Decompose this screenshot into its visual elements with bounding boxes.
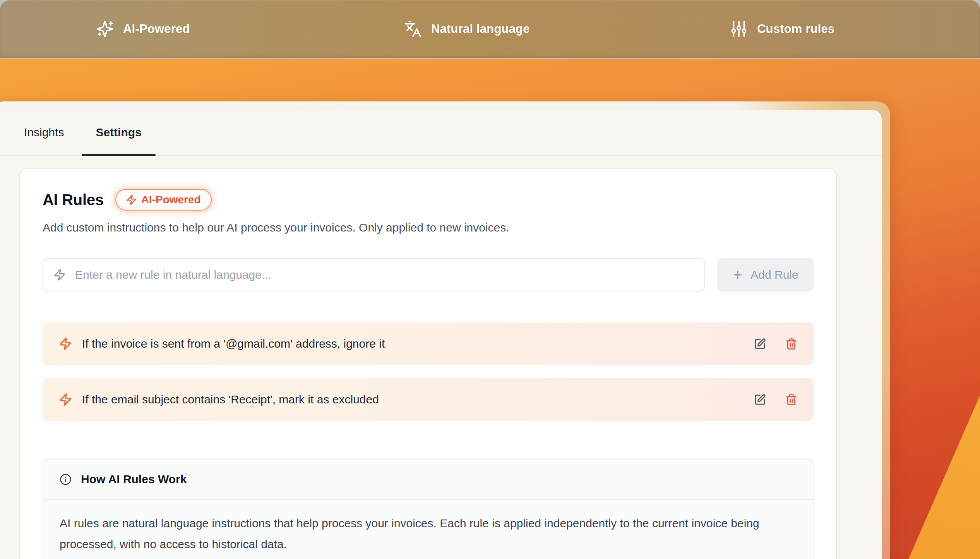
feature-bar: AI-Powered Natural language Custom rules bbox=[0, 0, 980, 58]
delete-rule-button[interactable] bbox=[785, 338, 797, 350]
wallpaper-wedge bbox=[879, 377, 980, 559]
add-rule-button[interactable]: Add Rule bbox=[717, 258, 814, 292]
ai-rules-card: AI Rules AI-Powered Add custom instructi… bbox=[19, 168, 837, 559]
card-description: Add custom instructions to help our AI p… bbox=[43, 221, 814, 234]
rule-row: If the invoice is sent from a '@gmail.co… bbox=[43, 322, 814, 365]
add-rule-label: Add Rule bbox=[750, 268, 798, 281]
new-rule-input[interactable]: Enter a new rule in natural language... bbox=[43, 258, 705, 292]
feature-label: AI-Powered bbox=[123, 22, 190, 36]
badge-label: AI-Powered bbox=[141, 194, 201, 206]
rule-text: If the email subject contains 'Receipt',… bbox=[82, 393, 379, 406]
card-title: AI Rules bbox=[43, 191, 104, 209]
rule-actions bbox=[754, 338, 797, 350]
rule-text: If the invoice is sent from a '@gmail.co… bbox=[82, 337, 385, 350]
delete-rule-button[interactable] bbox=[785, 394, 797, 406]
ai-powered-badge: AI-Powered bbox=[115, 189, 212, 211]
rule-row: If the email subject contains 'Receipt',… bbox=[43, 378, 814, 421]
edit-rule-button[interactable] bbox=[754, 394, 766, 406]
feature-custom-rules: Custom rules bbox=[730, 0, 835, 58]
rule-actions bbox=[754, 394, 797, 406]
feature-natural-language: Natural language bbox=[404, 0, 530, 58]
info-body: AI rules are natural language instructio… bbox=[43, 500, 810, 559]
bolt-icon bbox=[126, 195, 137, 205]
feature-ai-powered: AI-Powered bbox=[96, 0, 190, 58]
info-title: How AI Rules Work bbox=[81, 473, 187, 486]
input-placeholder: Enter a new rule in natural language... bbox=[75, 268, 271, 281]
how-rules-work-box: How AI Rules Work AI rules are natural l… bbox=[43, 459, 814, 559]
bolt-icon bbox=[59, 393, 72, 406]
rule-input-row: Enter a new rule in natural language... … bbox=[43, 258, 814, 292]
tab-bar: Insights Settings bbox=[0, 110, 882, 156]
edit-icon bbox=[754, 394, 766, 406]
trash-icon bbox=[785, 394, 797, 406]
info-header: How AI Rules Work bbox=[43, 460, 813, 500]
bolt-icon bbox=[53, 269, 66, 281]
edit-icon bbox=[754, 338, 766, 350]
trash-icon bbox=[785, 338, 797, 350]
info-icon bbox=[60, 473, 72, 485]
sparkles-icon bbox=[96, 20, 114, 38]
card-title-row: AI Rules AI-Powered bbox=[43, 189, 814, 211]
tab-insights[interactable]: Insights bbox=[10, 110, 78, 155]
tab-settings[interactable]: Settings bbox=[82, 110, 155, 155]
screen: AI-Powered Natural language Custom rules… bbox=[0, 0, 980, 559]
plus-icon bbox=[732, 269, 744, 281]
feature-label: Custom rules bbox=[757, 22, 835, 36]
feature-label: Natural language bbox=[431, 22, 530, 36]
app-window-content: Insights Settings AI Rules AI-Powered Ad… bbox=[0, 110, 882, 559]
translate-icon bbox=[404, 20, 422, 38]
edit-rule-button[interactable] bbox=[754, 338, 766, 350]
bolt-icon bbox=[59, 337, 72, 350]
app-window: Insights Settings AI Rules AI-Powered Ad… bbox=[0, 101, 890, 559]
sliders-icon bbox=[730, 20, 748, 38]
